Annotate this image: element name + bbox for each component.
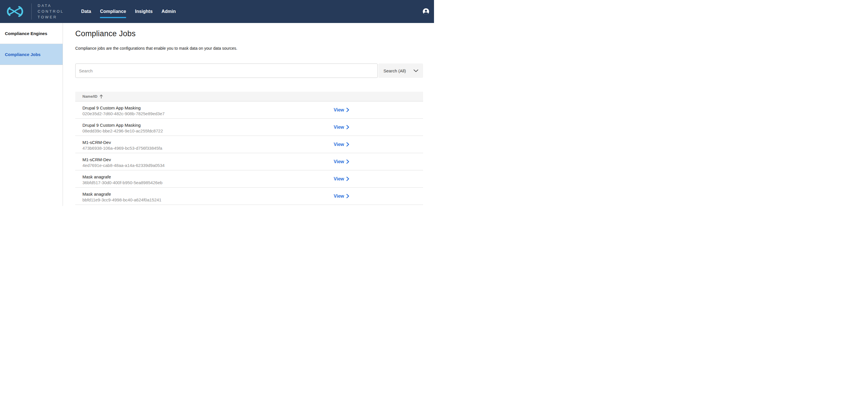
view-button[interactable]: View	[334, 142, 349, 147]
view-label: View	[334, 108, 344, 113]
view-button[interactable]: View	[334, 176, 349, 182]
table-row: Mask anagrafe 36bfd517-30d0-400f-b950-5e…	[75, 170, 423, 187]
nav-item[interactable]: Compliance	[100, 8, 126, 14]
wordmark-line: TOWER	[38, 14, 64, 20]
job-id: 08edd39c-bbe2-4296-9e10-ac255fdc8722	[83, 128, 334, 134]
view-label: View	[334, 159, 344, 164]
column-header-label: Name/ID	[83, 94, 97, 98]
job-name: Drupal 9 Custom App Masking	[83, 105, 334, 111]
chevron-down-icon	[413, 69, 418, 72]
job-id: 473b6938-106a-4969-bc53-d756f33845fa	[83, 145, 334, 151]
page-description: Compliance jobs are the configurations t…	[75, 46, 423, 51]
arrow-up-icon	[100, 94, 103, 98]
job-cell: Drupal 9 Custom App Masking 08edd39c-bbe…	[83, 122, 334, 134]
job-name: M1-sCRM-Dev	[83, 140, 334, 145]
job-name: M1-sCRM-Dev	[83, 157, 334, 162]
page-title: Compliance Jobs	[75, 29, 423, 38]
job-cell: M1-sCRM-Dev 473b6938-106a-4969-bc53-d756…	[83, 140, 334, 151]
nav-item[interactable]: Admin	[161, 8, 176, 14]
table-row: M1-sCRM-Dev 473b6938-106a-4969-bc53-d756…	[75, 136, 423, 153]
job-id: bbfd11e9-3cc9-4998-bc40-a624f0a15241	[83, 197, 334, 203]
chevron-right-icon	[346, 108, 349, 112]
view-button[interactable]: View	[334, 125, 349, 130]
job-cell: Mask anagrafe 36bfd517-30d0-400f-b950-5e…	[83, 174, 334, 185]
brand-wordmark: DATA CONTROL TOWER	[38, 3, 64, 20]
top-navbar: DATA CONTROL TOWER Data Compliance Insig…	[0, 0, 434, 23]
chevron-right-icon	[346, 142, 349, 147]
table-row: M1-sCRM-Dev 4ed7691e-cab8-48aa-a14a-6233…	[75, 153, 423, 170]
view-button[interactable]: View	[334, 159, 349, 164]
job-cell: Mask anagrafe bbfd11e9-3cc9-4998-bc40-a6…	[83, 192, 334, 203]
view-label: View	[334, 176, 344, 182]
table-row: Drupal 9 Custom App Masking 020e35d2-7d6…	[75, 101, 423, 119]
wordmark-line: DATA	[38, 3, 64, 9]
nav-item[interactable]: Data	[81, 8, 91, 14]
chevron-right-icon	[346, 125, 349, 129]
job-cell: M1-sCRM-Dev 4ed7691e-cab8-48aa-a14a-6233…	[83, 157, 334, 168]
search-row: Search (All)	[75, 63, 423, 78]
main-content: Compliance Jobs Compliance jobs are the …	[63, 23, 434, 206]
view-label: View	[334, 142, 344, 147]
chevron-right-icon	[346, 177, 349, 181]
search-scope-dropdown[interactable]: Search (All)	[378, 63, 423, 78]
chevron-right-icon	[346, 159, 349, 164]
table-body: Drupal 9 Custom App Masking 020e35d2-7d6…	[75, 101, 423, 205]
job-id: 36bfd517-30d0-400f-b950-5ea8985426eb	[83, 180, 334, 185]
column-header-name-id[interactable]: Name/ID	[75, 92, 423, 101]
job-name: Mask anagrafe	[83, 174, 334, 180]
job-cell: Drupal 9 Custom App Masking 020e35d2-7d6…	[83, 105, 334, 116]
search-input[interactable]	[75, 63, 378, 78]
sidebar-item[interactable]: Compliance Jobs	[0, 44, 63, 65]
search-scope-label: Search (All)	[383, 68, 406, 73]
view-button[interactable]: View	[334, 194, 349, 199]
job-id: 020e35d2-7d60-482c-908b-7825e89ed3e7	[83, 111, 334, 116]
wordmark-line: CONTROL	[38, 9, 64, 14]
job-id: 4ed7691e-cab8-48aa-a14a-62339d9a0534	[83, 163, 334, 168]
compliance-sidebar: Compliance Engines Compliance Jobs	[0, 23, 63, 206]
view-label: View	[334, 194, 344, 199]
view-button[interactable]: View	[334, 108, 349, 113]
delphix-logo-icon[interactable]	[4, 6, 26, 17]
primary-nav: Data Compliance Insights Admin	[81, 8, 176, 14]
job-name: Mask anagrafe	[83, 192, 334, 197]
chevron-right-icon	[346, 194, 349, 198]
compliance-jobs-table: Name/ID Drupal 9 Custom App Masking 020e…	[75, 92, 423, 205]
table-row: Drupal 9 Custom App Masking 08edd39c-bbe…	[75, 119, 423, 136]
view-label: View	[334, 125, 344, 130]
account-circle-icon[interactable]	[423, 8, 429, 14]
job-name: Drupal 9 Custom App Masking	[83, 122, 334, 128]
nav-item[interactable]: Insights	[135, 8, 153, 14]
table-row: Mask anagrafe bbfd11e9-3cc9-4998-bc40-a6…	[75, 187, 423, 205]
sidebar-item[interactable]: Compliance Engines	[0, 23, 63, 44]
logo-divider	[31, 3, 32, 20]
